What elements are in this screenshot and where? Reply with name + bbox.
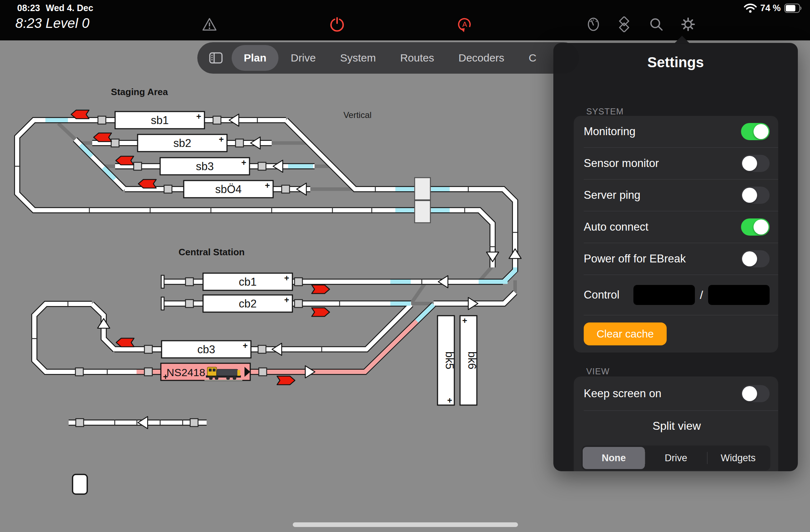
block-label-cb2: cb2 <box>239 297 257 310</box>
plus-sb3: + <box>241 158 246 167</box>
monitoring-label: Monitoring <box>584 125 741 138</box>
sidebar-toggle-icon[interactable] <box>208 50 224 66</box>
block-label-sb2: sb2 <box>173 137 191 149</box>
plus-cb1: + <box>284 273 289 283</box>
switch-element[interactable] <box>73 474 87 494</box>
label-central-station: Central Station <box>179 247 245 257</box>
wifi-icon <box>744 3 757 13</box>
keep-screen-on-label: Keep screen on <box>584 387 741 400</box>
block-label-sbo4: sbÖ4 <box>215 183 242 196</box>
control-field-1[interactable] <box>633 285 695 305</box>
row-monitoring: Monitoring <box>574 116 778 147</box>
control-label: Control <box>584 289 633 301</box>
clear-cache-button[interactable]: Clear cache <box>584 322 667 345</box>
settings-popover-arrow <box>674 36 690 44</box>
system-settings-card: Monitoring Sensor monitor Server ping Au… <box>574 116 778 353</box>
buffer-stop-cb2 <box>161 297 164 310</box>
block-label-bk5: bk5 <box>443 351 456 369</box>
row-sensor-monitor: Sensor monitor <box>574 148 778 179</box>
layers-icon[interactable] <box>616 16 632 32</box>
gear-icon[interactable] <box>680 16 696 32</box>
row-clear-cache: Clear cache <box>574 315 778 353</box>
tab-partial[interactable]: C <box>517 45 549 71</box>
split-view-label: Split view <box>584 419 770 433</box>
label-staging-area: Staging Area <box>111 87 168 97</box>
crossing-bridge[interactable] <box>415 178 430 223</box>
top-bar: 08:23 Wed 4. Dec 74 % 8:23 Level 0 <box>0 0 810 40</box>
section-header-system: SYSTEM <box>586 107 624 117</box>
search-icon[interactable] <box>648 16 664 32</box>
tab-system[interactable]: System <box>328 45 388 71</box>
gauge-icon[interactable] <box>586 16 601 32</box>
segment-none[interactable]: None <box>583 447 645 469</box>
power-button-icon[interactable] <box>329 16 345 32</box>
row-server-ping: Server ping <box>574 179 778 211</box>
plus-cb2: + <box>284 295 289 305</box>
svg-text:A: A <box>462 20 467 28</box>
settings-popover: Settings SYSTEM Monitoring Sensor monito… <box>553 43 798 471</box>
route-set-segments[interactable] <box>45 120 515 322</box>
keep-screen-on-toggle[interactable] <box>741 385 770 402</box>
row-auto-connect: Auto connect <box>574 211 778 243</box>
monitoring-toggle[interactable] <box>741 123 770 140</box>
buffer-stop-cb1 <box>161 275 164 288</box>
status-date: Wed 4. Dec <box>46 3 93 13</box>
row-keep-screen-on: Keep screen on <box>574 376 778 410</box>
server-ping-label: Server ping <box>584 189 741 202</box>
split-view-segmented-control: None Drive Widgets <box>582 445 770 471</box>
block-label-sb1: sb1 <box>151 114 169 127</box>
home-indicator[interactable] <box>293 522 518 527</box>
plus-bk5: + <box>447 395 452 405</box>
auto-connect-label: Auto connect <box>584 221 741 233</box>
view-settings-card: Keep screen on Split view None Drive Wid… <box>574 376 778 471</box>
power-off-ebreak-toggle[interactable] <box>741 250 770 267</box>
tab-decoders[interactable]: Decoders <box>446 45 516 71</box>
row-power-off-ebreak: Power off for EBreak <box>574 243 778 275</box>
auto-mode-stop-icon[interactable]: A <box>457 16 473 32</box>
plus-sbo4: + <box>265 181 270 190</box>
control-field-2[interactable] <box>708 285 770 305</box>
sensor-monitor-label: Sensor monitor <box>584 157 741 170</box>
row-split-view-title: Split view <box>574 411 778 441</box>
plus-bk6: + <box>462 316 467 325</box>
section-header-view: VIEW <box>586 366 609 376</box>
plus-sb2: + <box>219 134 224 144</box>
segment-drive[interactable]: Drive <box>645 447 707 469</box>
battery-percent: 74 % <box>760 3 781 13</box>
auto-connect-toggle[interactable] <box>741 218 770 236</box>
segment-widgets[interactable]: Widgets <box>707 447 769 469</box>
block-label-sb3: sb3 <box>196 160 214 173</box>
settings-title: Settings <box>553 43 798 70</box>
row-control: Control / <box>574 275 778 315</box>
server-ping-toggle[interactable] <box>741 187 770 204</box>
tab-plan[interactable]: Plan <box>232 45 278 71</box>
sensor-monitor-toggle[interactable] <box>741 155 770 172</box>
tab-routes[interactable]: Routes <box>388 45 446 71</box>
view-tab-bar: Plan Drive System Routes Decoders C <box>197 42 579 74</box>
plus-cb3: + <box>243 341 248 350</box>
block-label-cb3: cb3 <box>197 343 215 356</box>
battery-icon <box>784 4 802 13</box>
block-label-bk6: bk6 <box>466 351 478 369</box>
block-label-cb1: cb1 <box>239 276 257 288</box>
warning-icon[interactable] <box>202 16 217 32</box>
clock-level-title: 8:23 Level 0 <box>15 16 89 31</box>
plus-ns2418: + <box>163 372 168 381</box>
power-off-ebreak-label: Power off for EBreak <box>584 252 741 265</box>
block-label-ns2418: NS2418 <box>167 366 205 378</box>
plus-sb1: + <box>196 112 201 121</box>
tab-drive[interactable]: Drive <box>278 45 328 71</box>
label-vertical: Vertical <box>344 110 372 120</box>
control-separator: / <box>700 289 703 302</box>
status-time: 08:23 <box>17 3 40 13</box>
